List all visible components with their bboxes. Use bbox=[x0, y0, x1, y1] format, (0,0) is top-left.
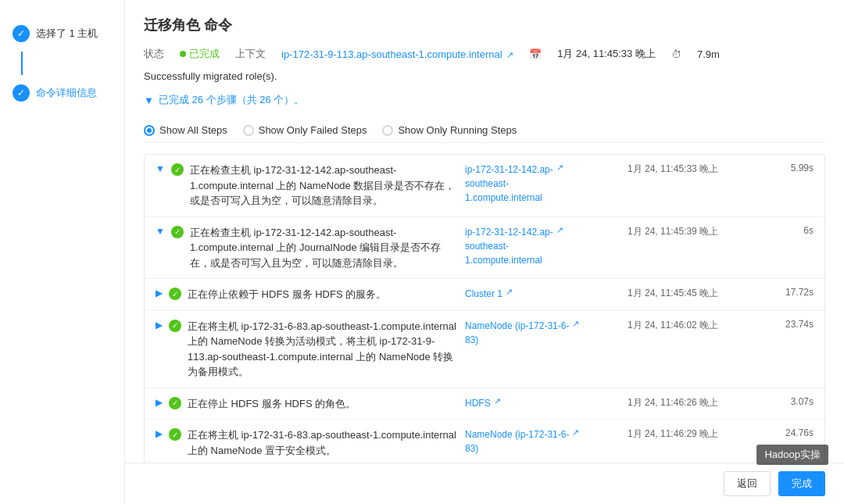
time-value: 1月 24, 11:45:33 晚上 bbox=[557, 47, 656, 61]
collapse-arrow-icon[interactable]: ▼ bbox=[144, 95, 154, 106]
step-expand-btn[interactable]: ▼ bbox=[156, 163, 165, 174]
step-expand-btn[interactable]: ▶ bbox=[156, 396, 163, 408]
step-time: 1月 24, 11:46:26 晚上 bbox=[628, 396, 753, 409]
filter-all[interactable]: Show All Steps bbox=[144, 124, 227, 136]
page-title: 迁移角色 命令 bbox=[144, 16, 825, 34]
bottom-bar: 返回 完成 bbox=[125, 463, 844, 504]
sidebar-item-select-host[interactable]: ✓ 选择了 1 主机 bbox=[0, 16, 124, 52]
table-row: ▼✓正在检查主机 ip-172-31-12-142.ap-southeast-1… bbox=[145, 155, 824, 217]
success-message: Successfully migrated role(s). bbox=[144, 70, 825, 82]
step-expand-btn[interactable]: ▶ bbox=[156, 319, 163, 331]
step-desc: 正在停止 HDFS 服务 HDFS 的角色。 bbox=[188, 396, 356, 412]
step-time: 1月 24, 11:45:45 晚上 bbox=[628, 287, 753, 300]
sidebar-item-command-detail[interactable]: ✓ 命令详细信息 bbox=[0, 75, 124, 111]
step-status-icon: ✓ bbox=[171, 226, 184, 238]
calendar-icon: 📅 bbox=[529, 48, 542, 60]
filter-all-label: Show All Steps bbox=[159, 124, 227, 136]
step-left-5: ▶✓正在将主机 ip-172-31-6-83.ap-southeast-1.co… bbox=[156, 427, 459, 458]
radio-all-icon bbox=[144, 125, 155, 136]
step-entity-link[interactable]: NameNode (ip-172-31-6-83) bbox=[465, 427, 569, 456]
external-link-icon[interactable]: ↗ bbox=[556, 225, 563, 235]
step-duration: 24.76s bbox=[759, 427, 814, 438]
filter-failed[interactable]: Show Only Failed Steps bbox=[243, 124, 367, 136]
external-link-icon[interactable]: ↗ bbox=[494, 396, 501, 406]
filter-running-label: Show Only Running Steps bbox=[398, 124, 517, 136]
steps-summary-text[interactable]: 已完成 26 个步骤（共 26 个）。 bbox=[159, 93, 304, 107]
external-link-icon[interactable]: ↗ bbox=[556, 163, 563, 173]
step-duration: 3.07s bbox=[759, 396, 814, 407]
sidebar-connector bbox=[21, 52, 23, 75]
step-entity: ip-172-31-12-142.ap-southeast-1.compute.… bbox=[465, 225, 621, 267]
status-text: 已完成 bbox=[189, 47, 220, 61]
step-desc: 正在将主机 ip-172-31-6-83.ap-southeast-1.comp… bbox=[188, 427, 459, 458]
step-entity: NameNode (ip-172-31-6-83) ↗ bbox=[465, 427, 621, 456]
step-duration: 17.72s bbox=[759, 287, 814, 298]
step-entity-link[interactable]: NameNode (ip-172-31-6-83) bbox=[465, 319, 569, 347]
step-time: 1月 24, 11:45:39 晚上 bbox=[628, 225, 753, 238]
app-container: ✓ 选择了 1 主机 ✓ 命令详细信息 迁移角色 命令 状态 已完成 上下文 i… bbox=[0, 0, 844, 504]
step-time: 1月 24, 11:46:02 晚上 bbox=[628, 319, 753, 332]
step-status-icon: ✓ bbox=[169, 320, 181, 332]
step-left-2: ▶✓正在停止依赖于 HDFS 服务 HDFS 的服务。 bbox=[156, 287, 459, 302]
step-desc: 正在停止依赖于 HDFS 服务 HDFS 的服务。 bbox=[188, 287, 386, 302]
status-label: 状态 bbox=[144, 47, 164, 61]
status-bar: 状态 已完成 上下文 ip-172-31-9-113.ap-southeast-… bbox=[144, 47, 825, 61]
table-row: ▶✓正在将主机 ip-172-31-6-83.ap-southeast-1.co… bbox=[145, 420, 824, 466]
table-row: ▼✓正在检查主机 ip-172-31-12-142.ap-southeast-1… bbox=[145, 217, 824, 280]
step-left-3: ▶✓正在将主机 ip-172-31-6-83.ap-southeast-1.co… bbox=[156, 319, 459, 380]
step-duration: 6s bbox=[759, 225, 814, 236]
step-desc: 正在检查主机 ip-172-31-12-142.ap-southeast-1.c… bbox=[190, 163, 459, 209]
external-link-icon[interactable]: ↗ bbox=[506, 287, 513, 297]
step-left-1: ▼✓正在检查主机 ip-172-31-12-142.ap-southeast-1… bbox=[156, 225, 459, 271]
step-status-icon: ✓ bbox=[169, 288, 181, 300]
step-entity: Cluster 1 ↗ bbox=[465, 287, 621, 301]
step-desc: 正在检查主机 ip-172-31-12-142.ap-southeast-1.c… bbox=[190, 225, 459, 271]
step-duration: 23.74s bbox=[759, 319, 814, 330]
sidebar-item-label-2: 命令详细信息 bbox=[36, 86, 97, 100]
filter-failed-label: Show Only Failed Steps bbox=[259, 124, 367, 136]
status-dot bbox=[180, 51, 186, 57]
step-left-0: ▼✓正在检查主机 ip-172-31-12-142.ap-southeast-1… bbox=[156, 163, 459, 209]
step-entity: ip-172-31-12-142.ap-southeast-1.compute.… bbox=[465, 163, 621, 205]
sidebar: ✓ 选择了 1 主机 ✓ 命令详细信息 bbox=[0, 0, 125, 504]
context-host: ip-172-31-9-113.ap-southeast-1.compute.i… bbox=[281, 48, 502, 60]
context-label: 上下文 bbox=[235, 47, 266, 61]
external-link-icon[interactable]: ↗ bbox=[572, 319, 579, 329]
steps-summary: ▼ 已完成 26 个步骤（共 26 个）。 bbox=[144, 93, 825, 107]
status-value: 已完成 bbox=[180, 47, 220, 61]
step-desc: 正在将主机 ip-172-31-6-83.ap-southeast-1.comp… bbox=[188, 319, 459, 380]
filter-options: Show All Steps Show Only Failed Steps Sh… bbox=[144, 118, 825, 143]
step-entity-link[interactable]: ip-172-31-12-142.ap-southeast-1.compute.… bbox=[465, 163, 553, 205]
external-link-icon[interactable]: ↗ bbox=[506, 50, 513, 59]
filter-running[interactable]: Show Only Running Steps bbox=[382, 124, 517, 136]
step-time: 1月 24, 11:45:33 晚上 bbox=[628, 163, 753, 176]
step-status-icon: ✓ bbox=[171, 163, 184, 176]
step-icon-completed: ✓ bbox=[13, 25, 30, 42]
external-link-icon[interactable]: ↗ bbox=[572, 427, 579, 438]
clock-icon: ⏱ bbox=[671, 48, 681, 60]
back-button[interactable]: 返回 bbox=[724, 471, 771, 496]
step-time: 1月 24, 11:46:29 晚上 bbox=[628, 427, 753, 441]
table-row: ▶✓正在停止 HDFS 服务 HDFS 的角色。HDFS ↗1月 24, 11:… bbox=[145, 388, 824, 420]
main-content: 迁移角色 命令 状态 已完成 上下文 ip-172-31-9-113.ap-so… bbox=[125, 0, 844, 504]
finish-button[interactable]: 完成 bbox=[778, 471, 825, 496]
step-expand-btn[interactable]: ▶ bbox=[156, 427, 163, 439]
table-row: ▶✓正在停止依赖于 HDFS 服务 HDFS 的服务。Cluster 1 ↗1月… bbox=[145, 279, 824, 311]
step-entity: NameNode (ip-172-31-6-83) ↗ bbox=[465, 319, 621, 347]
step-expand-btn[interactable]: ▼ bbox=[156, 225, 165, 237]
step-entity-link[interactable]: Cluster 1 bbox=[465, 287, 502, 301]
radio-failed-icon bbox=[243, 125, 254, 136]
context-value[interactable]: ip-172-31-9-113.ap-southeast-1.compute.i… bbox=[281, 48, 513, 60]
watermark: Hadoop实操 bbox=[756, 445, 828, 465]
step-duration: 5.99s bbox=[759, 163, 814, 173]
step-expand-btn[interactable]: ▶ bbox=[156, 287, 163, 298]
sidebar-item-label: 选择了 1 主机 bbox=[36, 27, 98, 41]
step-status-icon: ✓ bbox=[169, 428, 181, 441]
table-row: ▶✓正在将主机 ip-172-31-6-83.ap-southeast-1.co… bbox=[145, 311, 824, 388]
step-entity: HDFS ↗ bbox=[465, 396, 621, 410]
radio-running-icon bbox=[382, 125, 393, 136]
step-entity-link[interactable]: HDFS bbox=[465, 396, 491, 410]
steps-list: ▼✓正在检查主机 ip-172-31-12-142.ap-southeast-1… bbox=[144, 154, 825, 504]
step-entity-link[interactable]: ip-172-31-12-142.ap-southeast-1.compute.… bbox=[465, 225, 553, 267]
step-status-icon: ✓ bbox=[169, 397, 181, 409]
